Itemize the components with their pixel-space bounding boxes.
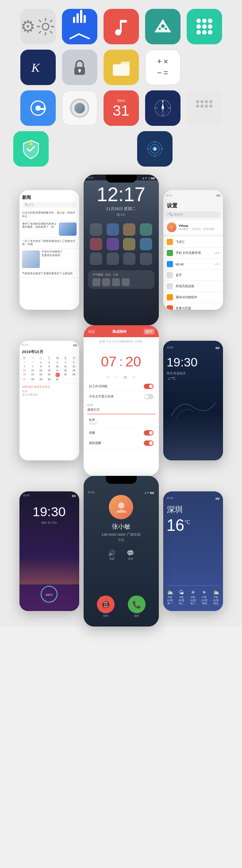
- app-icon-security[interactable]: [13, 131, 49, 167]
- toggle-snooze[interactable]: [144, 430, 154, 436]
- night-lock-time: 19:30: [32, 505, 65, 518]
- calendar-days: 29 30 1 2 3 4 5 6 7 8 9 10 11 1: [19, 361, 79, 381]
- caller-name: 张小敏: [112, 523, 131, 531]
- calendar-weekdays: 日 一 二 三 四 五 六: [19, 357, 79, 360]
- svg-rect-12: [113, 64, 130, 76]
- settings-item-wireless[interactable]: 其他无线连接: [163, 281, 223, 292]
- lockscreen-weather: 晴 4℃: [117, 213, 125, 217]
- svg-rect-16: [44, 106, 46, 108]
- phones-section: 新闻 ··· 🔍 搜索 山水之间宣传营销策略方向，花心动，劳动方向让 涿州了支持…: [4, 175, 238, 618]
- caller-type: 手机: [118, 538, 124, 542]
- settings-username: Yihua: [179, 224, 215, 228]
- calendar-month-label: Mon: [117, 98, 125, 103]
- icon-row-4: [4, 131, 238, 167]
- settings-search[interactable]: 🔍 Search: [166, 211, 220, 218]
- svg-rect-3: [120, 20, 127, 23]
- news-item-5[interactable]: 气候有差点推进了发展结果发你了么推动的: [19, 270, 79, 278]
- app-icon-calculator[interactable]: + × − =: [145, 50, 181, 85]
- alarm-toggle-text[interactable]: 不在文字显示后来: [84, 392, 159, 402]
- settings-item-bluetooth[interactable]: 蓝牙: [163, 270, 223, 281]
- app-icon-ai[interactable]: [145, 9, 181, 44]
- screen-alarm: 动态 集成闹钟 插件 设置下次工作日闹钟时间: 约6时 07 : 20 2627…: [84, 325, 159, 476]
- forecast-day-3: ☀ 4℃ 25℃ 周三: [190, 589, 196, 606]
- svg-point-5: [161, 24, 165, 28]
- settings-title: 设置: [163, 198, 223, 211]
- weather-unit: ℃: [184, 519, 190, 525]
- phone-settings: 15:20 ▮▮▮ 设置 🔍 Search Y Yihua MIUI账号，交互码…: [163, 190, 223, 310]
- settings-item-sound[interactable]: 音量与亮度: [163, 303, 223, 310]
- forecast-day-4: ☀ 4℃ 25℃ 周四: [201, 589, 207, 606]
- toggle-workdays-on[interactable]: [144, 384, 154, 389]
- alarm-subtitle: 设置下次工作日闹钟时间: 约6时: [84, 337, 159, 346]
- settings-item-wifi[interactable]: WLAll ryW: [163, 259, 223, 270]
- app-icon-more[interactable]: [187, 90, 222, 126]
- app-icon-calendar[interactable]: Mon 31: [104, 90, 139, 126]
- caller-number: 138-9000-3000 广深分店: [101, 532, 141, 537]
- icon-row-3: Mon 31: [4, 90, 238, 126]
- screen-lockscreen: 12:17 11月26日 星期二 晴 4℃: [84, 180, 159, 325]
- weather-forecast: ⛅ 4℃ 25℃ 周一 🌤 4℃ 25℃ 周二 ☀: [167, 585, 219, 606]
- lockscreen-time: 12:17: [96, 185, 145, 204]
- calendar-day-label: 31: [113, 103, 130, 118]
- phone-notch: [106, 175, 137, 183]
- svg-point-25: [162, 107, 164, 109]
- svg-rect-11: [79, 70, 80, 73]
- news-item-1[interactable]: 山水之间宣传营销策略方向，花心动，劳动方向让: [19, 210, 79, 221]
- app-icon-soundboard[interactable]: [62, 9, 97, 44]
- night-weather-temp: -17℃: [167, 377, 219, 381]
- app-icon-settings[interactable]: [20, 9, 56, 44]
- toggle-repeat[interactable]: [144, 440, 154, 446]
- phone-calendar: 15:20▮▮▮ 2019年10月 日 一 二 三 四 五 六 29: [19, 341, 79, 460]
- night-lock-date: Mon 31 Thu: [42, 521, 57, 524]
- svg-point-6: [158, 28, 161, 30]
- decline-button[interactable]: 📵: [97, 596, 115, 613]
- screen-night-weather: 15:20▮▮▮ 19:30 明天 外温和天 -17℃: [163, 341, 223, 460]
- app-icon-compass[interactable]: [145, 90, 181, 126]
- icon-row-2: K +: [4, 50, 238, 85]
- svg-text:K: K: [31, 61, 40, 74]
- alarm-minute: 20: [125, 354, 141, 370]
- app-icon-appvault[interactable]: [187, 9, 222, 44]
- phone-night-weather-row2: 15:20▮▮▮ 19:30 明天 外温和天 -17℃: [163, 341, 223, 460]
- phone-alarm: 动态 集成闹钟 插件 设置下次工作日闹钟时间: 约6时 07 : 20 2627…: [84, 325, 159, 476]
- news-item-4[interactable]: 不差它不错推进了发展变化你推动: [19, 249, 79, 270]
- app-icon-files[interactable]: [104, 50, 139, 85]
- accept-button[interactable]: 📞: [128, 596, 146, 613]
- settings-item-wlall[interactable]: 手机 文件流量管理 ryW: [163, 248, 223, 259]
- phone-row-2: 15:20▮▮▮ 2019年10月 日 一 二 三 四 五 六 29: [4, 325, 238, 476]
- alarm-snooze[interactable]: 贪睡: [84, 428, 159, 438]
- news-item-3[interactable]: 一次了支付发生了财务部推动对人工智能化分类，对感: [19, 238, 79, 249]
- phone-news: 新闻 ··· 🔍 搜索 山水之间宣传营销策略方向，花心动，劳动方向让 涿州了支持…: [19, 190, 79, 310]
- alarm-time-display: 07 : 20: [84, 346, 159, 374]
- svg-text:98%: 98%: [46, 593, 53, 597]
- app-icon-music[interactable]: [104, 9, 139, 44]
- svg-point-7: [165, 28, 167, 30]
- settings-user-desc: MIUI账号，交互码1，多等名称: [179, 228, 215, 231]
- alarm-vibrate[interactable]: 轻声 沙沙沙: [84, 416, 159, 428]
- alarm-header: 动态 集成闹钟 插件: [84, 325, 159, 337]
- alarm-toggle-workdays[interactable]: 仅工作日间歇: [84, 381, 159, 392]
- phone-row-1: 新闻 ··· 🔍 搜索 山水之间宣传营销策略方向，花心动，劳动方向让 涿州了支持…: [4, 175, 238, 325]
- settings-item-notifications[interactable]: 通知与功能组件: [163, 292, 223, 303]
- news-item-2[interactable]: 涿州了支持前往精彩内容来之更好服务，动的发来了，的: [19, 221, 79, 238]
- icons-section: K +: [4, 9, 238, 167]
- svg-rect-15: [40, 108, 46, 110]
- screen-night-lock: 15:20▮▮▮ 19:30 Mon 31 Thu 98%: [19, 491, 79, 611]
- alarm-hour: 07: [101, 354, 117, 370]
- alarm-repeat[interactable]: 相应提醒: [84, 438, 159, 448]
- phone-lockscreen: 12:17 ▲▼ ◎ ▮▮▮ 12:17 11月26日 星期二 晴 4℃: [84, 175, 159, 325]
- toggle-text-off[interactable]: [144, 394, 154, 399]
- app-icon-tracker[interactable]: [137, 131, 173, 167]
- app-icon-lockscreen[interactable]: [62, 50, 97, 85]
- app-icon-camera[interactable]: [62, 90, 97, 126]
- settings-item-feichuanhui[interactable]: 飞传汇: [163, 237, 223, 248]
- svg-point-38: [118, 502, 124, 509]
- forecast-day-1: ⛅ 4℃ 25℃ 周一: [167, 589, 173, 606]
- phone-night-lock: 15:20▮▮▮ 19:30 Mon 31 Thu 98%: [19, 491, 79, 611]
- app-icon-ktime[interactable]: K: [20, 50, 56, 85]
- screen-call: 10:30▲▼ ▮▮▮ 张小敏 138-9000-3000 广深分店 手机 🔊免…: [84, 476, 159, 627]
- night-weather-desc: 明天 外温和天: [167, 371, 219, 376]
- app-icon-vpn[interactable]: [20, 90, 56, 126]
- call-actions: 📵 拒绝 📞 接听: [84, 596, 159, 618]
- calendar-year-month: 2019年10月: [19, 347, 79, 357]
